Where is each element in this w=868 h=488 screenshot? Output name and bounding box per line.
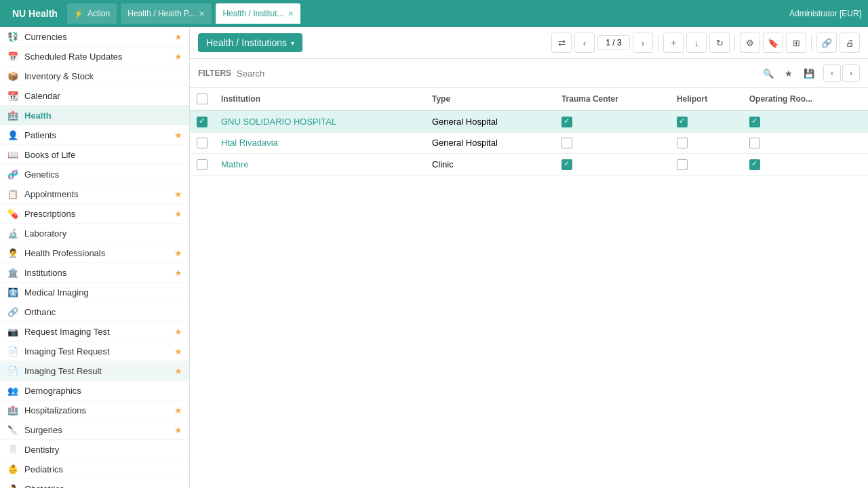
sidebar-item-health[interactable]: 🏥 Health (0, 106, 189, 125)
download-button[interactable]: ↓ (686, 33, 707, 53)
sidebar-item-demographics[interactable]: 👥 Demographics ☆ (0, 381, 189, 401)
sidebar-item-books-of-life[interactable]: 📖 Books of Life ☆ (0, 145, 189, 165)
filter-prev-button[interactable]: ‹ (823, 64, 841, 82)
sidebar-label-medical-imaging: Medical Imaging (24, 287, 174, 298)
row-gnu-trauma-check[interactable] (561, 117, 572, 127)
favorites-filter-button[interactable]: ★ (780, 64, 797, 82)
col-header-institution: Institution (214, 88, 425, 110)
sidebar-item-hospitalizations[interactable]: 🏥 Hospitalizations ★ (0, 401, 189, 420)
sidebar-item-genetics[interactable]: 🧬 Genetics ☆ (0, 165, 189, 184)
sidebar-item-scheduled-rate[interactable]: 📅 Scheduled Rate Updates ★ (0, 47, 189, 66)
sidebar-item-appointments[interactable]: 📋 Appointments ★ (0, 184, 189, 204)
row-mathre-checkbox[interactable] (197, 159, 208, 170)
scheduled-rate-star[interactable]: ★ (174, 52, 182, 62)
close-health-p-icon[interactable]: ✕ (199, 9, 205, 18)
row-htal-checkbox[interactable] (197, 138, 208, 148)
request-imaging-star[interactable]: ★ (174, 327, 182, 337)
table-row: Htal Rivadavia General Hospital (190, 132, 868, 154)
tab-health-p[interactable]: Health / Health P... ✕ (121, 3, 212, 24)
row-gnu-heliport-check[interactable] (677, 117, 688, 127)
prescriptions-star[interactable]: ★ (174, 209, 182, 219)
sidebar-item-medical-imaging[interactable]: 🩻 Medical Imaging ☆ (0, 283, 189, 302)
sidebar-item-prescriptions[interactable]: 💊 Prescriptions ★ (0, 204, 189, 224)
row-mathre-heliport-check[interactable] (677, 159, 688, 170)
sidebar-item-imaging-test-req[interactable]: 📄 Imaging Test Request ★ (0, 342, 189, 361)
sidebar-item-laboratory[interactable]: 🔬 Laboratory ☆ (0, 224, 189, 243)
imaging-test-res-icon: 📄 (7, 365, 19, 377)
sidebar-item-calendar[interactable]: 📆 Calendar ☆ (0, 86, 189, 106)
health-professionals-star[interactable]: ★ (174, 248, 182, 258)
row-htal-operating-check[interactable] (749, 138, 760, 148)
next-page-button[interactable]: › (633, 33, 653, 53)
row-htal-institution[interactable]: Htal Rivadavia (214, 132, 425, 154)
select-all-checkbox[interactable] (197, 94, 208, 104)
prev-page-button[interactable]: ‹ (574, 33, 595, 53)
sidebar-label-dentistry: Dentistry (24, 445, 174, 455)
row-mathre-operating-check[interactable] (749, 159, 760, 170)
sidebar-label-laboratory: Laboratory (24, 228, 174, 239)
sidebar-item-pediatrics[interactable]: 👶 Pediatrics ☆ (0, 460, 189, 479)
sidebar-item-patients[interactable]: 👤 Patients ★ (0, 125, 189, 145)
sidebar-item-obstetrics[interactable]: 🤰 Obstetrics ☆ (0, 479, 189, 488)
sidebar-item-health-professionals[interactable]: 👨‍⚕️ Health Professionals ★ (0, 243, 189, 263)
sidebar-item-surgeries[interactable]: 🔪 Surgeries ★ (0, 420, 189, 440)
sidebar-item-currencies[interactable]: 💱 Currencies ★ (0, 27, 189, 47)
dentistry-icon: 🦷 (7, 443, 19, 455)
row-gnu-trauma (555, 110, 670, 132)
col-header-trauma: Trauma Center (555, 88, 670, 110)
page-title-button[interactable]: Health / Institutions ▾ (198, 33, 302, 52)
sidebar-item-institutions[interactable]: 🏛️ Institutions ★ (0, 263, 189, 283)
row-htal-trauma-check[interactable] (561, 138, 572, 148)
row-gnu-checkbox[interactable] (197, 117, 208, 127)
search-button[interactable]: 🔍 (760, 64, 777, 82)
sidebar-item-inventory[interactable]: 📦 Inventory & Stock ☆ (0, 66, 189, 86)
main-layout: 💱 Currencies ★ 📅 Scheduled Rate Updates … (0, 27, 868, 488)
row-gnu-operating-check[interactable] (749, 117, 760, 127)
user-info: Administrator [EUR] (789, 9, 861, 18)
sidebar-label-books: Books of Life (24, 150, 174, 160)
sidebar-item-dentistry[interactable]: 🦷 Dentistry ☆ (0, 440, 189, 460)
link2-button[interactable]: 🔗 (816, 33, 837, 53)
col-header-checkbox (190, 88, 214, 110)
institutions-table: Institution Type Trauma Center Heliport … (190, 88, 868, 176)
row-gnu-type: General Hospital (425, 110, 555, 132)
row-htal-type: General Hospital (425, 132, 555, 154)
filter-next-button[interactable]: › (842, 64, 860, 82)
link-button[interactable]: ⊞ (786, 33, 806, 53)
add-new-button[interactable]: ＋ (663, 33, 684, 53)
institutions-star[interactable]: ★ (174, 268, 182, 278)
sidebar-item-orthanc[interactable]: 🔗 Orthanc ☆ (0, 302, 189, 322)
appointments-star[interactable]: ★ (174, 189, 182, 199)
row-htal-heliport-check[interactable] (677, 138, 688, 148)
row-htal-institution-link[interactable]: Htal Rivadavia (221, 138, 278, 148)
filter-nav: ‹ › (823, 64, 860, 82)
page-dropdown-arrow: ▾ (291, 39, 294, 47)
row-mathre-institution-link[interactable]: Mathre (221, 159, 248, 169)
sidebar-item-request-imaging[interactable]: 📷 Request Imaging Test ★ (0, 322, 189, 342)
bookmark-button[interactable]: 🔖 (763, 33, 783, 53)
row-mathre-checkbox-cell (190, 154, 214, 176)
sidebar-item-imaging-test-res[interactable]: 📄 Imaging Test Result ★ (0, 361, 189, 381)
surgeries-star[interactable]: ★ (174, 425, 182, 435)
save-filter-button[interactable]: 💾 (800, 64, 818, 82)
hospitalizations-star[interactable]: ★ (174, 405, 182, 415)
search-input[interactable] (237, 68, 754, 79)
row-gnu-institution-link[interactable]: GNU SOLIDARIO HOSPITAL (221, 117, 336, 127)
row-gnu-institution[interactable]: GNU SOLIDARIO HOSPITAL (214, 110, 425, 132)
imaging-test-req-star[interactable]: ★ (174, 346, 182, 357)
switch-view-button[interactable]: ⇄ (551, 33, 572, 53)
sidebar-label-currencies: Currencies (24, 32, 174, 42)
sidebar-label-health-professionals: Health Professionals (24, 248, 174, 258)
tab-action[interactable]: ⚡ Action (67, 3, 117, 24)
close-health-inst-icon[interactable]: ✕ (288, 9, 294, 18)
currencies-star[interactable]: ★ (174, 32, 182, 42)
row-mathre-institution[interactable]: Mathre (214, 154, 425, 176)
tab-health-inst[interactable]: Health / Institut... ✕ (216, 3, 300, 24)
print-button[interactable]: 🖨 (840, 33, 860, 53)
row-htal-checkbox-cell (190, 132, 214, 154)
imaging-test-res-star[interactable]: ★ (174, 366, 182, 376)
row-mathre-trauma-check[interactable] (561, 159, 572, 170)
columns-button[interactable]: ⚙ (740, 33, 760, 53)
patients-star[interactable]: ★ (174, 130, 182, 140)
refresh-button[interactable]: ↻ (709, 33, 730, 53)
